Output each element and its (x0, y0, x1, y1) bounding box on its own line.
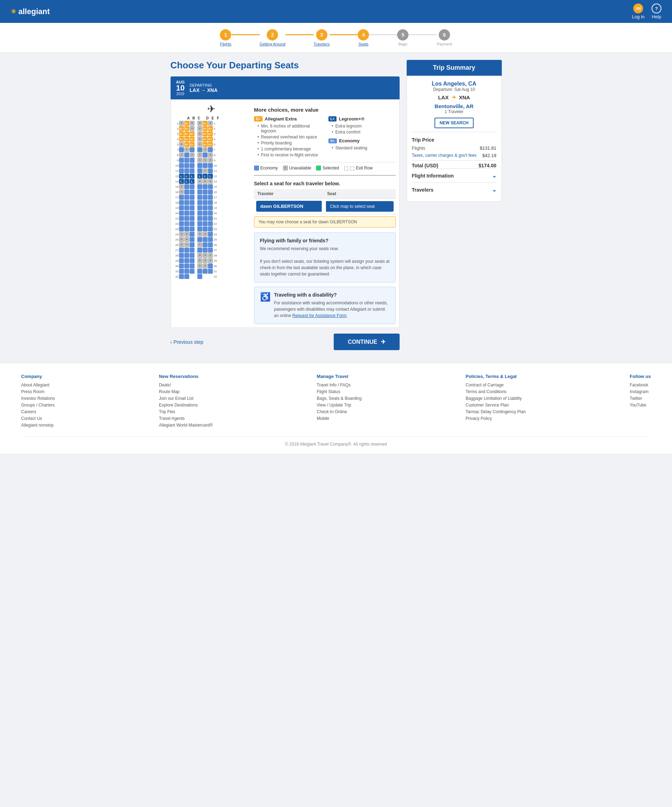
footer-link[interactable]: Baggage Limitation of Liability (466, 396, 526, 401)
seat-button[interactable] (203, 163, 208, 168)
seat-button[interactable] (179, 158, 184, 163)
seat-button[interactable] (197, 195, 202, 200)
footer-link[interactable]: Twitter (630, 396, 651, 401)
step-label-2[interactable]: Getting Around (260, 42, 285, 46)
footer-link[interactable]: Join our Email List (159, 396, 213, 401)
seat-button[interactable] (179, 195, 184, 200)
seat-button[interactable]: L (184, 179, 189, 184)
seat-button[interactable] (184, 158, 189, 163)
help-button[interactable]: ? Help (652, 3, 662, 19)
seat-button[interactable] (203, 216, 208, 221)
seat-button[interactable]: L (190, 174, 195, 179)
seat-button[interactable]: E+ (203, 121, 208, 126)
seat-button[interactable] (179, 253, 184, 258)
seat-button[interactable] (208, 237, 213, 242)
seat-button[interactable] (203, 205, 208, 210)
seat-button[interactable] (190, 226, 195, 231)
seat-button[interactable] (190, 205, 195, 210)
seat-button[interactable] (190, 147, 195, 152)
seat-button[interactable] (190, 258, 195, 263)
seat-button[interactable] (197, 269, 202, 274)
footer-link[interactable]: Investor Relations (21, 396, 55, 401)
seat-button[interactable] (184, 184, 189, 189)
seat-button[interactable] (203, 184, 208, 189)
footer-link[interactable]: Facebook (630, 382, 651, 387)
seat-button[interactable]: E+ (208, 131, 213, 136)
seat-button[interactable] (197, 237, 202, 242)
seat-button[interactable] (208, 200, 213, 205)
seat-button[interactable] (197, 184, 202, 189)
seat-button[interactable] (184, 168, 189, 173)
footer-link[interactable]: Travel Info / FAQs (317, 382, 361, 387)
seat-button[interactable] (208, 232, 213, 237)
seat-button[interactable] (184, 269, 189, 274)
seat-button[interactable]: E+ (184, 137, 189, 141)
footer-link[interactable]: Contract of Carriage (466, 382, 526, 387)
seat-button[interactable]: L (190, 179, 195, 184)
seat-button[interactable]: E+ (190, 137, 195, 141)
seat-button[interactable] (203, 211, 208, 216)
seat-button[interactable] (184, 211, 189, 216)
seat-button[interactable] (208, 247, 213, 252)
seat-button[interactable] (184, 153, 189, 158)
seat-button[interactable] (190, 242, 195, 247)
seat-button[interactable] (190, 163, 195, 168)
seat-button[interactable] (203, 269, 208, 274)
seat-button[interactable] (208, 264, 213, 268)
seat-button[interactable] (208, 163, 213, 168)
seat-button[interactable] (179, 205, 184, 210)
seat-button[interactable] (197, 221, 202, 226)
seat-button[interactable]: E+ (203, 137, 208, 141)
footer-link[interactable]: Check-In Online (317, 409, 361, 414)
footer-link[interactable]: Allegiant nonstop (21, 423, 55, 428)
travelers-toggle[interactable]: Travelers ⌄ (412, 183, 497, 196)
seat-button[interactable] (184, 274, 189, 279)
seat-button[interactable] (190, 253, 195, 258)
footer-link[interactable]: Contact Us (21, 416, 55, 421)
seat-button[interactable] (184, 200, 189, 205)
seat-button[interactable]: E+ (190, 131, 195, 136)
seat-button[interactable]: E+ (190, 142, 195, 147)
step-label-4[interactable]: Seats (358, 42, 368, 46)
seat-button[interactable] (208, 205, 213, 210)
seat-button[interactable] (190, 216, 195, 221)
seat-button[interactable] (203, 195, 208, 200)
seat-button[interactable] (203, 153, 208, 158)
continue-button[interactable]: CONTINUE ✈ (334, 334, 399, 350)
seat-button[interactable] (179, 269, 184, 274)
seat-button[interactable] (179, 168, 184, 173)
seat-button[interactable]: E+ (203, 126, 208, 131)
step-label-1[interactable]: Flights (220, 42, 231, 46)
seat-button[interactable] (208, 189, 213, 194)
seat-button[interactable] (197, 200, 202, 205)
footer-link[interactable]: Bags, Seats & Boarding (317, 396, 361, 401)
footer-link[interactable]: Travel Agents (159, 416, 213, 421)
footer-link[interactable]: Flight Status (317, 389, 361, 394)
seat-button[interactable] (197, 247, 202, 252)
step-label-3[interactable]: Travelers (314, 42, 329, 46)
seat-button[interactable] (197, 163, 202, 168)
footer-link[interactable]: Terms and Conditions (466, 389, 526, 394)
seat-button[interactable] (190, 158, 195, 163)
seat-button[interactable] (184, 189, 189, 194)
seat-button[interactable]: E+ (184, 131, 189, 136)
seat-button[interactable] (179, 264, 184, 268)
seat-button[interactable]: L (179, 179, 184, 184)
seat-button[interactable] (208, 242, 213, 247)
seat-button[interactable] (197, 226, 202, 231)
seat-button[interactable]: E+ (208, 137, 213, 141)
seat-button[interactable] (208, 168, 213, 173)
seat-button[interactable]: L (179, 174, 184, 179)
seat-button[interactable] (179, 163, 184, 168)
seat-button[interactable] (179, 221, 184, 226)
seat-button[interactable] (190, 232, 195, 237)
seat-button[interactable]: E+ (208, 142, 213, 147)
footer-link[interactable]: Careers (21, 409, 55, 414)
seat-button[interactable]: E+ (179, 126, 184, 131)
seat-button[interactable] (197, 211, 202, 216)
seat-button[interactable] (190, 247, 195, 252)
seat-button[interactable] (190, 211, 195, 216)
seat-button[interactable]: E+ (184, 126, 189, 131)
seat-button[interactable] (203, 242, 208, 247)
seat-button[interactable] (184, 195, 189, 200)
